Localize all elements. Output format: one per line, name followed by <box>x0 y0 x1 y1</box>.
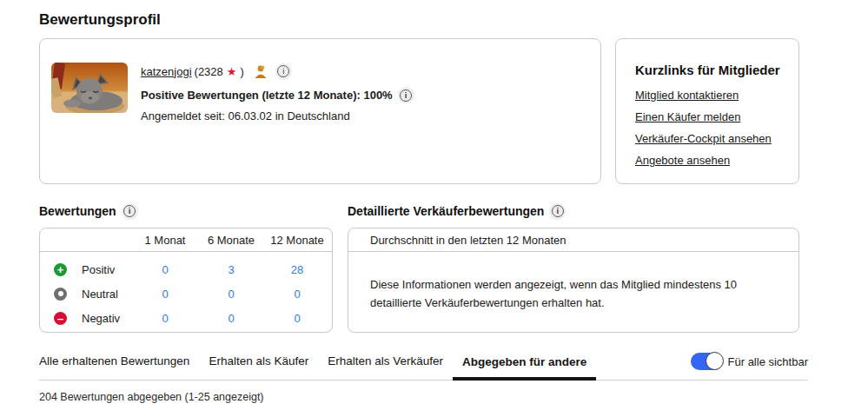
username-link[interactable]: katzenjogi <box>141 65 192 78</box>
info-icon: i <box>400 89 412 102</box>
neutral-icon <box>54 288 67 301</box>
count-link[interactable]: 0 <box>162 263 168 276</box>
tab-all-received[interactable]: Alle erhaltenen Bewertungen <box>39 349 199 380</box>
positive-icon: + <box>54 263 67 276</box>
neutral-6-months-cell: 0 <box>198 288 264 301</box>
positive-percentage-line: Positive Bewertungen (letzte 12 Monate):… <box>141 87 414 103</box>
table-row-neutral: Neutral 0 0 0 <box>49 281 332 306</box>
dsr-message: Diese Informationen werden angezeigt, we… <box>348 252 798 312</box>
column-6-months: 6 Monate <box>198 234 264 247</box>
count-link[interactable]: 3 <box>228 263 234 276</box>
row-label: Neutral <box>82 288 118 301</box>
column-1-month: 1 Monat <box>132 234 198 247</box>
positive-12-months-cell: 28 <box>264 263 330 276</box>
positive-1-month-cell: 0 <box>132 263 198 276</box>
toggle-label: Für alle sichtbar <box>728 355 808 368</box>
dsr-heading-row: Detaillierte Verkäuferbewertungen i <box>348 202 799 220</box>
feedback-profile-page: Bewertungsprofil <box>0 11 868 417</box>
row-label-cell: – Negativ <box>49 312 132 325</box>
row-label-cell: + Positiv <box>49 263 132 276</box>
tab-left-for-others[interactable]: Abgegeben für andere <box>453 350 596 381</box>
avatar[interactable] <box>51 63 128 113</box>
dsr-table-header: Durchschnitt in den letzten 12 Monaten <box>348 228 798 252</box>
page-title: Bewertungsprofil <box>39 11 868 29</box>
count-link[interactable]: 0 <box>294 288 300 301</box>
info-icon: i <box>552 205 564 217</box>
tab-received-as-seller[interactable]: Erhalten als Verkäufer <box>318 349 453 380</box>
positive-percentage-text: Positive Bewertungen (letzte 12 Monate):… <box>141 89 393 102</box>
dsr-heading: Detaillierte Verkäuferbewertungen <box>348 204 544 218</box>
negative-icon: – <box>54 312 67 325</box>
count-link[interactable]: 28 <box>291 263 303 276</box>
ratings-section: Bewertungen i 1 Monat 6 Monate 12 Monate… <box>39 202 333 333</box>
top-cards-row: katzenjogi (2328 ★ ) i <box>39 38 868 184</box>
count-link[interactable]: 0 <box>294 312 300 325</box>
count-link[interactable]: 0 <box>162 312 168 325</box>
dsr-info-chip[interactable]: i <box>549 203 566 220</box>
ratings-table-body: + Positiv 0 3 28 Neutral 0 0 <box>40 252 332 330</box>
visibility-toggle-wrap: Für alle sichtbar <box>691 353 808 380</box>
dsr-card: Durchschnitt in den letzten 12 Monaten D… <box>348 228 799 333</box>
feedback-star-icon[interactable]: ★ <box>227 65 237 78</box>
profile-card: katzenjogi (2328 ★ ) i <box>39 38 601 184</box>
negative-1-month-cell: 0 <box>132 312 198 325</box>
results-summary: 204 Bewertungen abgegeben (1-25 angezeig… <box>39 391 868 403</box>
neutral-12-months-cell: 0 <box>264 288 330 301</box>
ratings-heading-row: Bewertungen i <box>39 202 333 220</box>
quicklink-contact-member[interactable]: Mitglied kontaktieren <box>635 89 790 102</box>
neutral-1-month-cell: 0 <box>132 288 198 301</box>
ratings-table: 1 Monat 6 Monate 12 Monate + Positiv 0 3… <box>39 228 333 333</box>
row-label-cell: Neutral <box>49 288 132 301</box>
row-label: Positiv <box>82 263 115 276</box>
quicklinks-card: Kurzlinks für Mitglieder Mitglied kontak… <box>615 38 799 184</box>
info-icon: i <box>277 65 289 77</box>
toggle-knob <box>706 352 724 370</box>
quicklink-seller-cockpit[interactable]: Verkäufer-Cockpit ansehen <box>635 132 790 145</box>
profile-info: katzenjogi (2328 ★ ) i <box>141 63 414 183</box>
quicklink-report-buyer[interactable]: Einen Käufer melden <box>635 110 790 123</box>
positive-6-months-cell: 3 <box>198 263 264 276</box>
negative-12-months-cell: 0 <box>264 312 330 325</box>
tab-received-as-buyer[interactable]: Erhalten als Käufer <box>199 349 318 380</box>
feedback-score: (2328 <box>195 65 223 78</box>
percentage-info-chip[interactable]: i <box>398 87 414 103</box>
row-label: Negativ <box>82 312 120 325</box>
feedback-tabs: Alle erhaltenen Bewertungen Erhalten als… <box>39 349 808 381</box>
dsr-section: Detaillierte Verkäuferbewertungen i Durc… <box>348 202 799 333</box>
table-row-negative: – Negativ 0 0 0 <box>49 306 332 330</box>
count-link[interactable]: 0 <box>228 312 234 325</box>
negative-6-months-cell: 0 <box>198 312 264 325</box>
member-since-line: Angemeldet seit: 06.03.02 in Deutschland <box>141 109 414 122</box>
middle-section: Bewertungen i 1 Monat 6 Monate 12 Monate… <box>39 202 868 333</box>
info-icon: i <box>123 205 136 217</box>
quicklink-view-listings[interactable]: Angebote ansehen <box>635 154 790 167</box>
count-link[interactable]: 0 <box>162 288 168 301</box>
visibility-toggle[interactable] <box>691 353 723 370</box>
member-badge-icon <box>254 64 268 79</box>
feedback-score-close: ) <box>240 65 243 78</box>
column-12-months: 12 Monate <box>264 234 330 247</box>
ratings-heading: Bewertungen <box>39 204 116 218</box>
ratings-table-header: 1 Monat 6 Monate 12 Monate <box>40 228 332 252</box>
quicklinks-title: Kurzlinks für Mitglieder <box>635 63 790 77</box>
table-row-positive: + Positiv 0 3 28 <box>49 257 332 281</box>
profile-username-line: katzenjogi (2328 ★ ) i <box>141 63 414 79</box>
ratings-info-chip[interactable]: i <box>122 203 138 220</box>
username-info-chip[interactable]: i <box>275 63 292 80</box>
count-link[interactable]: 0 <box>228 288 234 301</box>
